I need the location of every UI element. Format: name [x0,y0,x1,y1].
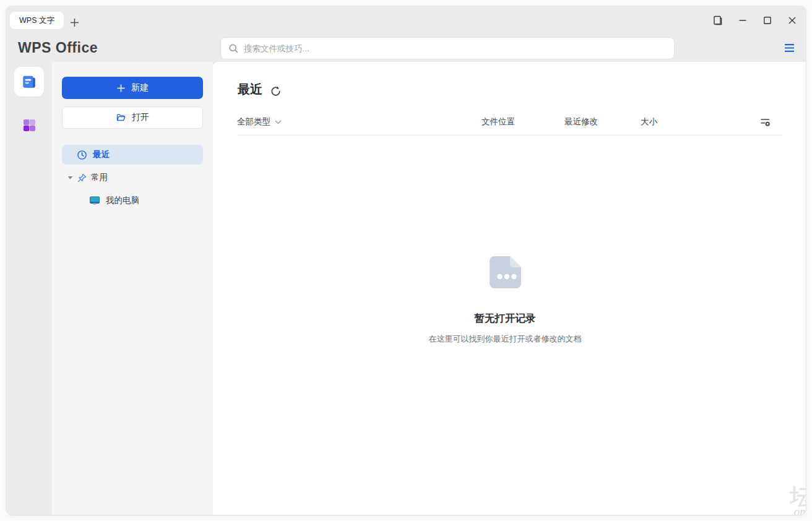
folder-open-icon [116,113,126,123]
watermark: 坛 om [790,488,806,515]
sidebar-item-label: 常用 [91,172,108,183]
watermark-en: om [790,506,806,515]
open-file-button[interactable]: 打开 [62,106,203,129]
minimize-icon [738,16,747,25]
refresh-icon [270,85,282,97]
search-input[interactable] [244,44,667,53]
chevron-down-icon [275,120,282,124]
empty-document-icon [484,251,526,293]
sidebar-item-pinned[interactable]: 常用 [62,168,203,187]
clock-icon [77,150,87,160]
merge-windows-button[interactable] [709,12,727,29]
maximize-button[interactable] [759,12,776,29]
header-divider [238,135,782,136]
sidebar: 新建 打开 最近 [52,62,213,515]
empty-state-title: 暂无打开记录 [475,312,536,325]
search-icon [228,43,239,54]
sidebar-item-my-computer[interactable]: 我的电脑 [62,191,203,210]
sidebar-item-label: 我的电脑 [106,195,139,206]
app-rail [6,62,52,515]
tab-bar: WPS 文字 [6,6,806,35]
wps-docs-icon [21,74,37,90]
app-header: WPS Office [6,35,806,62]
column-header-modified: 最近修改 [564,116,598,127]
sidebar-item-label: 最近 [93,149,110,160]
watermark-cn: 坛 [790,488,806,506]
pin-icon [77,173,87,183]
recent-files-panel: 最近 全部类型 文件位置 最近修改 大小 [213,62,806,515]
list-settings-icon [760,118,771,127]
app-body: 新建 打开 最近 [6,62,806,515]
new-document-button[interactable]: 新建 [62,77,203,99]
merge-windows-icon [712,15,723,26]
caret-down-icon [67,176,73,180]
wps-home-window: WPS 文字 [6,6,806,515]
page-title: 最近 [238,81,262,98]
new-tab-button[interactable] [68,16,80,28]
maximize-icon [763,16,772,25]
filter-all-types[interactable]: 全部类型 [237,114,282,130]
monitor-icon [89,196,100,206]
rail-item-docs[interactable] [14,67,44,97]
new-button-label: 新建 [131,82,149,93]
close-icon [788,16,797,25]
plus-icon [69,17,80,28]
empty-state-subtitle: 在这里可以找到你最近打开或者修改的文档 [429,334,582,345]
rail-item-apps[interactable] [14,113,44,137]
column-header-size: 大小 [641,116,657,127]
close-button[interactable] [784,12,801,29]
column-header-location: 文件位置 [482,116,515,127]
sidebar-item-recent[interactable]: 最近 [62,145,203,165]
search-bar[interactable] [220,37,675,59]
tab-title: WPS 文字 [19,15,54,26]
file-list-header: 全部类型 文件位置 最近修改 大小 [213,114,806,132]
main-menu-button[interactable] [780,38,798,57]
plus-icon [116,84,126,93]
hamburger-menu-icon [784,43,795,53]
open-button-label: 打开 [132,112,149,123]
minimize-button[interactable] [734,12,751,29]
wps-office-logo: WPS Office [18,40,98,56]
list-settings-button[interactable] [756,114,774,130]
refresh-button[interactable] [269,84,282,98]
apps-grid-icon [23,119,36,132]
window-controls [709,9,801,32]
tab-wps-docs[interactable]: WPS 文字 [10,12,64,29]
filter-all-types-label: 全部类型 [237,116,270,127]
